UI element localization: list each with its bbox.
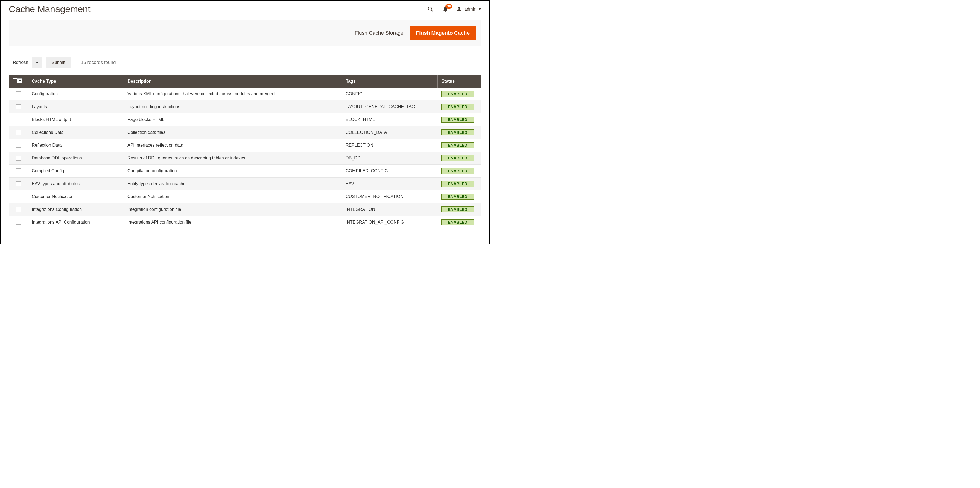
row-checkbox[interactable] (16, 130, 21, 135)
row-checkbox[interactable] (16, 156, 21, 160)
user-icon (456, 6, 462, 12)
table-row[interactable]: Reflection DataAPI interfaces reflection… (9, 139, 481, 152)
row-checkbox[interactable] (16, 220, 21, 225)
table-row[interactable]: Blocks HTML outputPage blocks HTMLBLOCK_… (9, 113, 481, 126)
select-all-toggle[interactable] (13, 78, 22, 83)
table-row[interactable]: Database DDL operationsResults of DDL qu… (9, 152, 481, 165)
mass-action-select[interactable]: Refresh (9, 57, 42, 68)
table-row[interactable]: Integrations API ConfigurationIntegratio… (9, 216, 481, 229)
cell-tags: BLOCK_HTML (342, 113, 438, 126)
checkbox-icon (13, 78, 18, 83)
column-header-description[interactable]: Description (124, 75, 342, 88)
cell-cache-type: Compiled Config (28, 165, 124, 177)
cell-tags: COLLECTION_DATA (342, 126, 438, 139)
status-badge: ENABLED (441, 219, 474, 225)
submit-button[interactable]: Submit (46, 57, 71, 68)
user-name: admin (464, 7, 476, 12)
table-row[interactable]: LayoutsLayout building instructionsLAYOU… (9, 100, 481, 113)
status-badge: ENABLED (441, 193, 474, 200)
status-badge: ENABLED (441, 117, 474, 123)
cell-cache-type: Integrations API Configuration (28, 216, 124, 229)
cell-cache-type: Customer Notification (28, 190, 124, 203)
cell-cache-type: Integrations Configuration (28, 203, 124, 216)
chevron-down-icon (32, 57, 42, 68)
page-title: Cache Management (9, 4, 90, 14)
cell-tags: LAYOUT_GENERAL_CACHE_TAG (342, 100, 438, 113)
cell-description: Customer Notification (124, 190, 342, 203)
flush-cache-storage-button[interactable]: Flush Cache Storage (355, 30, 404, 36)
flush-magento-cache-button[interactable]: Flush Magento Cache (410, 26, 476, 40)
cell-tags: CONFIG (342, 88, 438, 100)
row-checkbox[interactable] (16, 194, 21, 199)
cell-tags: COMPILED_CONFIG (342, 165, 438, 177)
status-badge: ENABLED (441, 155, 474, 161)
cell-tags: CUSTOMER_NOTIFICATION (342, 190, 438, 203)
records-found: 16 records found (81, 60, 116, 65)
cell-description: API interfaces reflection data (124, 139, 342, 152)
grid-controls: Refresh Submit 16 records found (0, 46, 490, 73)
cell-description: Results of DDL queries, such as describi… (124, 152, 342, 165)
page-actions-bar: Flush Cache Storage Flush Magento Cache (9, 20, 481, 46)
row-checkbox[interactable] (16, 143, 21, 148)
chevron-down-icon (479, 8, 481, 10)
status-badge: ENABLED (441, 91, 474, 97)
cell-cache-type: Blocks HTML output (28, 113, 124, 126)
table-row[interactable]: Integrations ConfigurationIntegration co… (9, 203, 481, 216)
notification-badge: 39 (445, 4, 452, 9)
cell-tags: INTEGRATION_API_CONFIG (342, 216, 438, 229)
table-row[interactable]: Collections DataCollection data filesCOL… (9, 126, 481, 139)
cell-description: Layout building instructions (124, 100, 342, 113)
cell-tags: EAV (342, 177, 438, 190)
table-row[interactable]: Customer NotificationCustomer Notificati… (9, 190, 481, 203)
notifications-button[interactable]: 39 (442, 6, 449, 13)
status-badge: ENABLED (441, 142, 474, 148)
row-checkbox[interactable] (16, 181, 21, 186)
cell-cache-type: EAV types and attributes (28, 177, 124, 190)
cell-description: Integrations API configuration file (124, 216, 342, 229)
cell-cache-type: Layouts (28, 100, 124, 113)
row-checkbox[interactable] (16, 207, 21, 212)
cell-cache-type: Configuration (28, 88, 124, 100)
row-checkbox[interactable] (16, 92, 21, 97)
search-icon[interactable] (427, 6, 434, 13)
user-menu[interactable]: admin (456, 6, 481, 12)
cell-description: Various XML configurations that were col… (124, 88, 342, 100)
cell-tags: INTEGRATION (342, 203, 438, 216)
table-row[interactable]: ConfigurationVarious XML configurations … (9, 88, 481, 100)
cell-description: Page blocks HTML (124, 113, 342, 126)
row-checkbox[interactable] (16, 104, 21, 109)
cell-tags: DB_DDL (342, 152, 438, 165)
status-badge: ENABLED (441, 181, 474, 187)
cell-cache-type: Database DDL operations (28, 152, 124, 165)
cell-description: Collection data files (124, 126, 342, 139)
status-badge: ENABLED (441, 130, 474, 135)
column-header-select (9, 75, 28, 88)
header-actions: 39 admin (427, 6, 481, 13)
cell-cache-type: Collections Data (28, 126, 124, 139)
cell-description: Entity types declaration cache (124, 177, 342, 190)
row-checkbox[interactable] (16, 117, 21, 122)
column-header-cache-type[interactable]: Cache Type (28, 75, 124, 88)
mass-action-value: Refresh (9, 57, 32, 68)
chevron-down-icon (18, 78, 22, 83)
cell-tags: REFLECTION (342, 139, 438, 152)
cell-description: Compilation configuration (124, 165, 342, 177)
status-badge: ENABLED (441, 206, 474, 212)
row-checkbox[interactable] (16, 168, 21, 173)
status-badge: ENABLED (441, 104, 474, 110)
page-header: Cache Management 39 admin (0, 0, 490, 20)
column-header-tags[interactable]: Tags (342, 75, 438, 88)
table-row[interactable]: Compiled ConfigCompilation configuration… (9, 165, 481, 177)
status-badge: ENABLED (441, 168, 474, 174)
cache-grid: Cache Type Description Tags Status Confi… (9, 75, 481, 229)
cell-description: Integration configuration file (124, 203, 342, 216)
cell-cache-type: Reflection Data (28, 139, 124, 152)
table-row[interactable]: EAV types and attributesEntity types dec… (9, 177, 481, 190)
column-header-status[interactable]: Status (438, 75, 481, 88)
